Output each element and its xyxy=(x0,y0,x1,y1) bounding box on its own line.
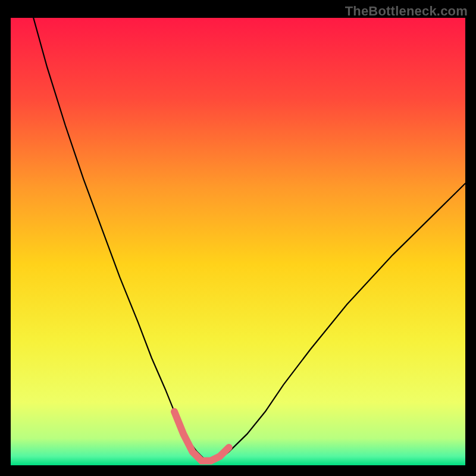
gradient-background xyxy=(11,18,465,465)
chart-frame: TheBottleneck.com xyxy=(0,0,476,476)
bottleneck-curve-chart xyxy=(11,18,465,465)
watermark-text: TheBottleneck.com xyxy=(345,4,468,19)
